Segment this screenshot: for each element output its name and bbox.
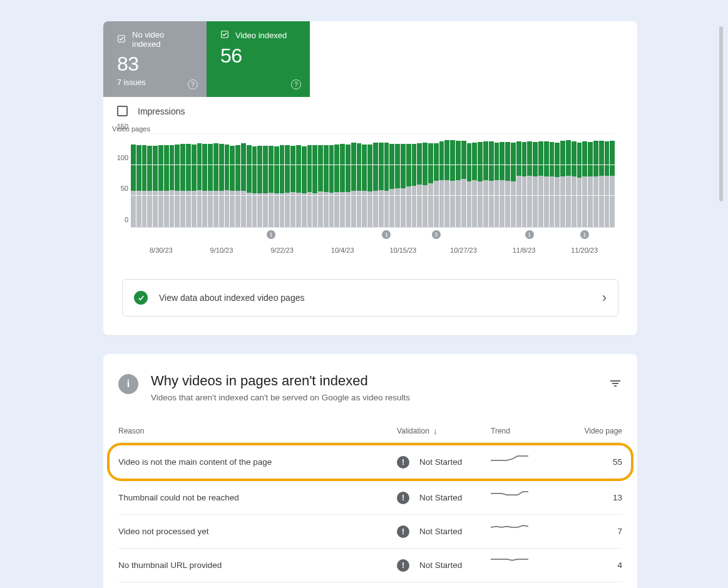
chart-bar[interactable] xyxy=(582,134,587,227)
chart-bar[interactable] xyxy=(324,134,329,227)
chart-bar[interactable] xyxy=(296,134,301,227)
chart-bar[interactable] xyxy=(423,134,428,227)
chart-bar[interactable] xyxy=(593,134,598,227)
chart-bar[interactable] xyxy=(263,134,268,227)
scrollbar-thumb[interactable] xyxy=(719,26,723,201)
chart-bar[interactable] xyxy=(351,134,356,227)
chart-bar[interactable] xyxy=(180,134,185,227)
chart-bar[interactable] xyxy=(219,134,224,227)
chart-bar[interactable] xyxy=(434,134,439,227)
chart-bar[interactable] xyxy=(478,134,483,227)
chart-bar[interactable] xyxy=(158,134,163,227)
chart-bar[interactable] xyxy=(290,134,295,227)
chart-bar[interactable] xyxy=(439,134,444,227)
chart-bar[interactable] xyxy=(389,134,394,227)
chart-bar[interactable] xyxy=(142,134,147,227)
chart-bar[interactable] xyxy=(247,134,252,227)
chart-bar[interactable] xyxy=(395,134,400,227)
chart-bar[interactable] xyxy=(329,134,334,227)
chart-bar[interactable] xyxy=(235,134,240,227)
chart-bar[interactable] xyxy=(153,134,158,227)
chart-bar[interactable] xyxy=(456,134,461,227)
chart-bar[interactable] xyxy=(544,134,549,227)
chart-bar[interactable] xyxy=(605,134,610,227)
chart-bar[interactable] xyxy=(269,134,274,227)
chart-bar[interactable] xyxy=(131,134,136,227)
chart-bar[interactable] xyxy=(307,134,312,227)
stat-video-indexed[interactable]: Video indexed 56 ? xyxy=(207,21,310,97)
chart-bar[interactable] xyxy=(401,134,406,227)
chart-bar[interactable] xyxy=(285,134,290,227)
chart-bar[interactable] xyxy=(428,134,433,227)
chart-bar[interactable] xyxy=(213,134,218,227)
chart-bar[interactable] xyxy=(373,134,378,227)
chart-bar[interactable] xyxy=(274,134,279,227)
chart-bar[interactable] xyxy=(412,134,417,227)
chart-bar[interactable] xyxy=(483,134,488,227)
chart-bar[interactable] xyxy=(599,134,604,227)
filter-icon[interactable] xyxy=(608,377,622,390)
table-row[interactable]: Video not processed yet!Not Started7 xyxy=(118,515,622,549)
chart-bar[interactable] xyxy=(202,134,207,227)
table-row[interactable]: Video is not the main content of the pag… xyxy=(118,445,622,479)
table-row[interactable]: Thumbnail could not be reached!Not Start… xyxy=(118,481,622,515)
chart-bar[interactable] xyxy=(472,134,477,227)
chart-bar[interactable] xyxy=(527,134,532,227)
chart-bar[interactable] xyxy=(555,134,560,227)
chart-bar[interactable] xyxy=(241,134,246,227)
table-row[interactable]: No thumbnail URL provided!Not Started4 xyxy=(118,549,622,582)
chart-bar[interactable] xyxy=(175,134,180,227)
chart-bar[interactable] xyxy=(318,134,323,227)
chart-bar[interactable] xyxy=(566,134,571,227)
chart-bar[interactable] xyxy=(312,134,317,227)
chart-annotation[interactable]: 3 xyxy=(432,230,441,239)
chart-bar[interactable] xyxy=(577,134,582,227)
checkbox-unchecked-icon[interactable] xyxy=(117,106,128,116)
chart-bar[interactable] xyxy=(357,134,362,227)
col-validation[interactable]: Validation ↓ xyxy=(397,426,491,436)
chart-bar[interactable] xyxy=(489,134,494,227)
scrollbar[interactable] xyxy=(718,21,724,588)
chart-bar[interactable] xyxy=(450,134,455,227)
chart-bar[interactable] xyxy=(208,134,213,227)
chart-bar[interactable] xyxy=(379,134,384,227)
chart-bar[interactable] xyxy=(367,134,372,227)
chart-bar[interactable] xyxy=(340,134,345,227)
chart-bar[interactable] xyxy=(362,134,367,227)
chart-bar[interactable] xyxy=(500,134,505,227)
chart-bar[interactable] xyxy=(302,134,307,227)
chart-bar[interactable] xyxy=(192,134,197,227)
chart-bar[interactable] xyxy=(186,134,191,227)
chart-bar[interactable] xyxy=(417,134,422,227)
help-icon[interactable]: ? xyxy=(188,79,198,89)
chart-bar[interactable] xyxy=(197,134,202,227)
chart-bar[interactable] xyxy=(170,134,175,227)
chart-bar[interactable] xyxy=(444,134,449,227)
chart-bar[interactable] xyxy=(550,134,555,227)
impressions-toggle[interactable]: Impressions xyxy=(103,97,637,123)
chart-bar[interactable] xyxy=(572,134,577,227)
chart-bar[interactable] xyxy=(522,134,527,227)
chart-bar[interactable] xyxy=(252,134,257,227)
chart-bar[interactable] xyxy=(516,134,521,227)
chart-bar[interactable] xyxy=(538,134,543,227)
chart-bar[interactable] xyxy=(225,134,230,227)
chart-bar[interactable] xyxy=(136,134,141,227)
chart-bar[interactable] xyxy=(511,134,516,227)
chart-annotation[interactable]: 1 xyxy=(525,230,534,239)
chart-bar[interactable] xyxy=(467,134,472,227)
help-icon[interactable]: ? xyxy=(291,79,301,89)
chart-bar[interactable] xyxy=(588,134,593,227)
chart-bar[interactable] xyxy=(257,134,262,227)
chart-annotation[interactable]: 1 xyxy=(382,230,391,239)
chart-bar[interactable] xyxy=(230,134,235,227)
view-indexed-data-button[interactable]: View data about indexed video pages › xyxy=(122,279,618,317)
chart-bar[interactable] xyxy=(610,134,615,227)
chart-bar[interactable] xyxy=(334,134,339,227)
table-row[interactable]: Invalid thumbnail size!Not Started3 xyxy=(118,582,622,588)
chart-bar[interactable] xyxy=(505,134,510,227)
chart-bar[interactable] xyxy=(495,134,500,227)
chart-bar[interactable] xyxy=(346,134,351,227)
chart-annotation[interactable]: 1 xyxy=(580,230,589,239)
chart-bar[interactable] xyxy=(164,134,169,227)
